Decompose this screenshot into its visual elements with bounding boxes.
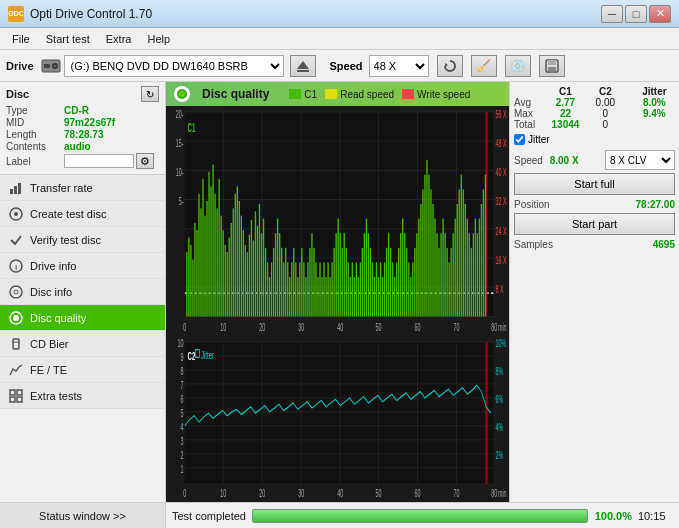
svg-rect-178 bbox=[450, 248, 451, 317]
svg-rect-151 bbox=[396, 262, 397, 316]
svg-rect-117 bbox=[327, 262, 328, 316]
drive-select[interactable]: (G:) BENQ DVD DD DW1640 BSRB bbox=[64, 55, 284, 77]
svg-rect-167 bbox=[428, 175, 429, 317]
menu-file[interactable]: File bbox=[4, 31, 38, 47]
svg-rect-53 bbox=[198, 194, 199, 317]
status-window-button[interactable]: Status window >> bbox=[0, 503, 166, 529]
svg-rect-123 bbox=[340, 233, 341, 316]
menu-bar: File Start test Extra Help bbox=[0, 28, 679, 50]
svg-rect-23 bbox=[10, 390, 15, 395]
svg-rect-157 bbox=[408, 262, 409, 316]
refresh-button[interactable] bbox=[437, 55, 463, 77]
col-header-c2: C2 bbox=[589, 86, 622, 97]
content-area: Disc quality C1 Read speed Write speed bbox=[166, 82, 509, 502]
start-part-button[interactable]: Start part bbox=[514, 213, 675, 235]
minimize-button[interactable]: ─ bbox=[601, 5, 623, 23]
legend-write-speed-label: Write speed bbox=[417, 89, 470, 100]
svg-rect-67 bbox=[227, 252, 228, 316]
svg-rect-124 bbox=[342, 248, 343, 317]
info-button[interactable]: 💿 bbox=[505, 55, 531, 77]
svg-rect-5 bbox=[297, 70, 309, 72]
svg-rect-85 bbox=[263, 219, 264, 317]
menu-help[interactable]: Help bbox=[139, 31, 178, 47]
svg-rect-159 bbox=[412, 262, 413, 316]
svg-point-2 bbox=[53, 64, 56, 67]
svg-rect-101 bbox=[295, 262, 296, 316]
svg-rect-136 bbox=[366, 219, 367, 317]
sidebar-item-transfer-rate[interactable]: Transfer rate bbox=[0, 175, 165, 201]
eject-button[interactable] bbox=[290, 55, 316, 77]
save-button[interactable] bbox=[539, 55, 565, 77]
svg-rect-187 bbox=[469, 233, 470, 316]
svg-rect-76 bbox=[245, 245, 246, 317]
svg-rect-52 bbox=[196, 230, 197, 316]
svg-rect-130 bbox=[354, 277, 355, 316]
svg-rect-132 bbox=[358, 277, 359, 316]
close-button[interactable]: ✕ bbox=[649, 5, 671, 23]
svg-text:0: 0 bbox=[183, 321, 186, 334]
sidebar-item-disc-info[interactable]: Disc info bbox=[0, 279, 165, 305]
svg-rect-150 bbox=[394, 277, 395, 316]
svg-text:2%: 2% bbox=[496, 450, 504, 461]
svg-text:3: 3 bbox=[180, 436, 183, 447]
svg-rect-170 bbox=[434, 219, 435, 317]
svg-text:30: 30 bbox=[298, 321, 304, 334]
drive-icon bbox=[40, 55, 62, 77]
sidebar-item-drive-info[interactable]: i Drive info bbox=[0, 253, 165, 279]
svg-rect-122 bbox=[338, 219, 339, 317]
sidebar-item-create-test-disc[interactable]: Create test disc bbox=[0, 201, 165, 227]
svg-text:0: 0 bbox=[183, 488, 186, 499]
sidebar: Disc ↻ TypeCD-R MID97m22s67f Length78:28… bbox=[0, 82, 166, 502]
transfer-rate-icon bbox=[8, 180, 24, 196]
sidebar-item-verify-test-disc[interactable]: Verify test disc bbox=[0, 227, 165, 253]
svg-rect-56 bbox=[204, 216, 205, 317]
svg-text:7: 7 bbox=[180, 380, 183, 391]
svg-text:10: 10 bbox=[178, 338, 184, 349]
svg-rect-93 bbox=[279, 233, 280, 316]
svg-rect-134 bbox=[362, 248, 363, 317]
title-bar: ODC Opti Drive Control 1.70 ─ □ ✕ bbox=[0, 0, 679, 28]
c2-jitter-chart: 10 9 8 7 6 5 4 3 2 1 10% 8% bbox=[166, 337, 509, 502]
svg-rect-181 bbox=[457, 204, 458, 317]
svg-rect-121 bbox=[335, 233, 336, 316]
svg-text:48 X: 48 X bbox=[496, 137, 507, 150]
sidebar-item-fe-te[interactable]: FE / TE bbox=[0, 357, 165, 383]
svg-rect-96 bbox=[285, 248, 286, 317]
svg-rect-177 bbox=[448, 262, 449, 316]
svg-marker-4 bbox=[297, 61, 309, 69]
clv-select[interactable]: 8 X CLV bbox=[605, 150, 675, 170]
svg-rect-113 bbox=[319, 262, 320, 316]
svg-text:80: 80 bbox=[491, 321, 497, 334]
svg-rect-163 bbox=[420, 204, 421, 317]
legend-c1: C1 bbox=[289, 89, 317, 100]
sidebar-item-extra-tests-label: Extra tests bbox=[30, 390, 82, 402]
stats-row-avg: Avg 2.77 0.00 8.0% bbox=[514, 97, 675, 108]
svg-rect-239 bbox=[485, 342, 487, 484]
svg-rect-120 bbox=[333, 248, 334, 317]
svg-text:1: 1 bbox=[180, 464, 183, 475]
maximize-button[interactable]: □ bbox=[625, 5, 647, 23]
svg-rect-78 bbox=[249, 235, 250, 317]
label-settings-button[interactable]: ⚙ bbox=[136, 153, 154, 169]
svg-rect-155 bbox=[404, 233, 405, 316]
svg-rect-89 bbox=[271, 262, 272, 316]
start-full-button[interactable]: Start full bbox=[514, 173, 675, 195]
jitter-checkbox[interactable] bbox=[514, 134, 525, 145]
svg-rect-186 bbox=[467, 219, 468, 317]
erase-button[interactable]: 🧹 bbox=[471, 55, 497, 77]
disc-refresh-button[interactable]: ↻ bbox=[141, 86, 159, 102]
label-input[interactable] bbox=[64, 154, 134, 168]
menu-start-test[interactable]: Start test bbox=[38, 31, 98, 47]
sidebar-item-extra-tests[interactable]: Extra tests bbox=[0, 383, 165, 409]
fe-te-icon bbox=[8, 362, 24, 378]
svg-rect-94 bbox=[281, 248, 282, 317]
sidebar-item-cd-bier[interactable]: CD Bier bbox=[0, 331, 165, 357]
speed-select[interactable]: 48 X bbox=[369, 55, 429, 77]
svg-rect-61 bbox=[214, 194, 215, 317]
disc-quality-icon-header bbox=[174, 86, 190, 102]
sidebar-item-disc-quality[interactable]: Disc quality bbox=[0, 305, 165, 331]
svg-rect-193 bbox=[481, 204, 482, 317]
menu-extra[interactable]: Extra bbox=[98, 31, 140, 47]
svg-rect-147 bbox=[388, 233, 389, 316]
svg-rect-125 bbox=[344, 233, 345, 316]
